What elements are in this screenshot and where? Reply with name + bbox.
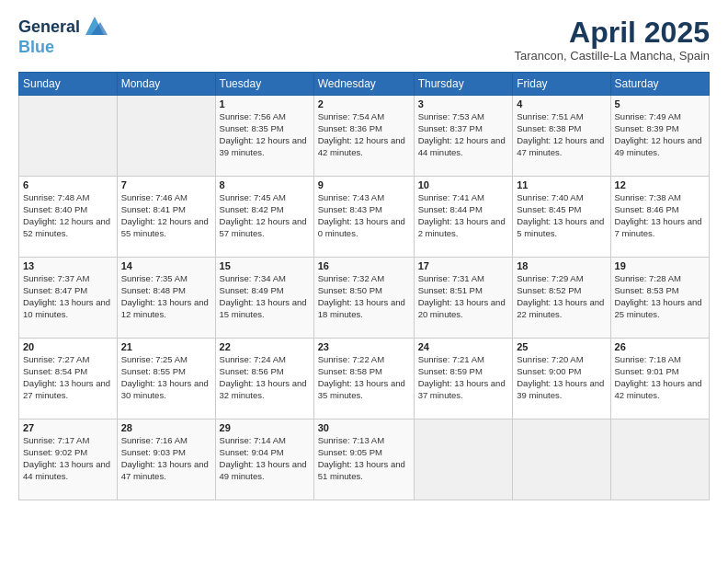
calendar-day-cell: 2Sunrise: 7:54 AM Sunset: 8:36 PM Daylig… [313,96,414,177]
page: General Blue April 2025 Tarancon, Castil… [0,0,728,563]
day-info: Sunrise: 7:25 AM Sunset: 8:55 PM Dayligh… [121,354,211,401]
day-info: Sunrise: 7:48 AM Sunset: 8:40 PM Dayligh… [23,192,113,239]
calendar-day-cell: 14Sunrise: 7:35 AM Sunset: 8:48 PM Dayli… [117,258,215,339]
calendar-week-row: 27Sunrise: 7:17 AM Sunset: 9:02 PM Dayli… [19,419,710,500]
calendar-week-row: 20Sunrise: 7:27 AM Sunset: 8:54 PM Dayli… [19,339,710,419]
calendar-day-cell: 17Sunrise: 7:31 AM Sunset: 8:51 PM Dayli… [414,258,513,339]
month-title: April 2025 [515,17,710,49]
calendar-day-cell [414,419,513,500]
day-number: 24 [418,341,509,352]
logo-text-blue: Blue [18,39,108,57]
calendar-day-cell: 27Sunrise: 7:17 AM Sunset: 9:02 PM Dayli… [19,419,118,500]
calendar-day-cell [513,419,610,500]
day-info: Sunrise: 7:14 AM Sunset: 9:04 PM Dayligh… [220,435,310,482]
calendar-day-cell: 16Sunrise: 7:32 AM Sunset: 8:50 PM Dayli… [313,258,414,339]
calendar-day-cell [610,419,709,500]
location: Tarancon, Castille-La Mancha, Spain [515,49,710,63]
day-info: Sunrise: 7:37 AM Sunset: 8:47 PM Dayligh… [23,273,113,320]
calendar-table: SundayMondayTuesdayWednesdayThursdayFrid… [18,72,710,500]
calendar-day-cell: 21Sunrise: 7:25 AM Sunset: 8:55 PM Dayli… [117,339,215,419]
day-info: Sunrise: 7:53 AM Sunset: 8:37 PM Dayligh… [418,111,509,158]
calendar-week-row: 13Sunrise: 7:37 AM Sunset: 8:47 PM Dayli… [19,258,710,339]
day-number: 17 [418,260,509,271]
day-number: 19 [615,260,705,271]
day-of-week-header: Friday [513,73,610,96]
day-number: 16 [318,260,410,271]
day-info: Sunrise: 7:43 AM Sunset: 8:43 PM Dayligh… [318,192,410,239]
day-info: Sunrise: 7:31 AM Sunset: 8:51 PM Dayligh… [418,273,509,320]
calendar-day-cell: 20Sunrise: 7:27 AM Sunset: 8:54 PM Dayli… [19,339,118,419]
day-info: Sunrise: 7:45 AM Sunset: 8:42 PM Dayligh… [220,192,310,239]
day-info: Sunrise: 7:16 AM Sunset: 9:03 PM Dayligh… [121,435,211,482]
day-info: Sunrise: 7:49 AM Sunset: 8:39 PM Dayligh… [615,111,705,158]
calendar-header-row: SundayMondayTuesdayWednesdayThursdayFrid… [19,73,710,96]
day-info: Sunrise: 7:38 AM Sunset: 8:46 PM Dayligh… [615,192,705,239]
day-info: Sunrise: 7:40 AM Sunset: 8:45 PM Dayligh… [517,192,606,239]
day-info: Sunrise: 7:51 AM Sunset: 8:38 PM Dayligh… [517,111,606,158]
day-number: 20 [23,341,113,352]
day-of-week-header: Sunday [19,73,118,96]
day-number: 29 [220,422,310,433]
calendar-day-cell: 24Sunrise: 7:21 AM Sunset: 8:59 PM Dayli… [414,339,513,419]
calendar-day-cell: 9Sunrise: 7:43 AM Sunset: 8:43 PM Daylig… [313,177,414,258]
day-number: 25 [517,341,606,352]
calendar-day-cell: 6Sunrise: 7:48 AM Sunset: 8:40 PM Daylig… [19,177,118,258]
day-number: 11 [517,179,606,190]
day-number: 1 [220,98,310,109]
day-number: 28 [121,422,211,433]
day-number: 9 [318,179,410,190]
calendar-day-cell [117,96,215,177]
calendar-day-cell: 15Sunrise: 7:34 AM Sunset: 8:49 PM Dayli… [215,258,313,339]
calendar-day-cell: 7Sunrise: 7:46 AM Sunset: 8:41 PM Daylig… [117,177,215,258]
day-number: 26 [615,341,705,352]
day-number: 10 [418,179,509,190]
calendar-day-cell: 12Sunrise: 7:38 AM Sunset: 8:46 PM Dayli… [610,177,709,258]
day-number: 23 [318,341,410,352]
day-number: 5 [615,98,705,109]
day-number: 3 [418,98,509,109]
day-info: Sunrise: 7:54 AM Sunset: 8:36 PM Dayligh… [318,111,410,158]
day-number: 7 [121,179,211,190]
day-info: Sunrise: 7:29 AM Sunset: 8:52 PM Dayligh… [517,273,606,320]
day-number: 13 [23,260,113,271]
day-of-week-header: Tuesday [215,73,313,96]
calendar-day-cell: 1Sunrise: 7:56 AM Sunset: 8:35 PM Daylig… [215,96,313,177]
day-info: Sunrise: 7:24 AM Sunset: 8:56 PM Dayligh… [220,354,310,401]
logo-icon [82,13,108,39]
day-info: Sunrise: 7:18 AM Sunset: 9:01 PM Dayligh… [615,354,705,401]
day-info: Sunrise: 7:35 AM Sunset: 8:48 PM Dayligh… [121,273,211,320]
calendar-day-cell: 29Sunrise: 7:14 AM Sunset: 9:04 PM Dayli… [215,419,313,500]
day-number: 4 [517,98,606,109]
calendar-day-cell: 18Sunrise: 7:29 AM Sunset: 8:52 PM Dayli… [513,258,610,339]
calendar-day-cell: 19Sunrise: 7:28 AM Sunset: 8:53 PM Dayli… [610,258,709,339]
day-number: 30 [318,422,410,433]
calendar-day-cell: 5Sunrise: 7:49 AM Sunset: 8:39 PM Daylig… [610,96,709,177]
day-number: 12 [615,179,705,190]
calendar-day-cell: 8Sunrise: 7:45 AM Sunset: 8:42 PM Daylig… [215,177,313,258]
logo-text: General [18,18,80,37]
calendar-day-cell: 30Sunrise: 7:13 AM Sunset: 9:05 PM Dayli… [313,419,414,500]
day-info: Sunrise: 7:20 AM Sunset: 9:00 PM Dayligh… [517,354,606,401]
day-number: 22 [220,341,310,352]
calendar-day-cell: 11Sunrise: 7:40 AM Sunset: 8:45 PM Dayli… [513,177,610,258]
day-info: Sunrise: 7:27 AM Sunset: 8:54 PM Dayligh… [23,354,113,401]
day-info: Sunrise: 7:22 AM Sunset: 8:58 PM Dayligh… [318,354,410,401]
day-number: 21 [121,341,211,352]
calendar-week-row: 1Sunrise: 7:56 AM Sunset: 8:35 PM Daylig… [19,96,710,177]
calendar-day-cell: 28Sunrise: 7:16 AM Sunset: 9:03 PM Dayli… [117,419,215,500]
logo: General Blue [18,17,108,57]
day-info: Sunrise: 7:46 AM Sunset: 8:41 PM Dayligh… [121,192,211,239]
day-of-week-header: Saturday [610,73,709,96]
day-info: Sunrise: 7:17 AM Sunset: 9:02 PM Dayligh… [23,435,113,482]
day-info: Sunrise: 7:13 AM Sunset: 9:05 PM Dayligh… [318,435,410,482]
day-of-week-header: Monday [117,73,215,96]
calendar-day-cell: 3Sunrise: 7:53 AM Sunset: 8:37 PM Daylig… [414,96,513,177]
day-number: 27 [23,422,113,433]
calendar-day-cell: 25Sunrise: 7:20 AM Sunset: 9:00 PM Dayli… [513,339,610,419]
day-info: Sunrise: 7:56 AM Sunset: 8:35 PM Dayligh… [220,111,310,158]
day-number: 2 [318,98,410,109]
day-number: 15 [220,260,310,271]
calendar-day-cell: 13Sunrise: 7:37 AM Sunset: 8:47 PM Dayli… [19,258,118,339]
calendar-week-row: 6Sunrise: 7:48 AM Sunset: 8:40 PM Daylig… [19,177,710,258]
header: General Blue April 2025 Tarancon, Castil… [18,17,710,63]
